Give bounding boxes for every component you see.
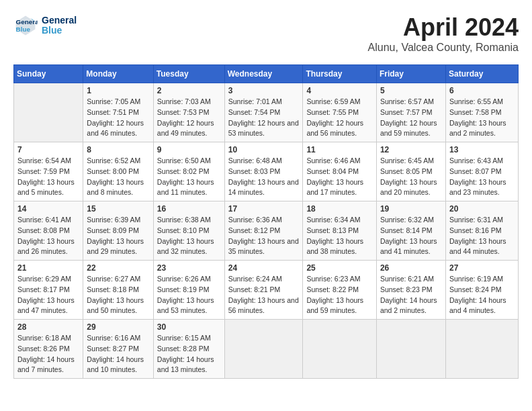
day-number: 9 [157, 145, 221, 154]
col-header-saturday: Saturday [445, 65, 518, 83]
day-number: 25 [306, 263, 373, 273]
calendar-cell: 21Sunrise: 6:29 AMSunset: 8:17 PMDayligh… [14, 261, 83, 320]
day-detail: Sunrise: 6:57 AMSunset: 7:57 PMDaylight:… [380, 97, 442, 139]
calendar-cell: 30Sunrise: 6:15 AMSunset: 8:28 PMDayligh… [153, 320, 224, 379]
calendar-cell: 7Sunrise: 6:54 AMSunset: 7:59 PMDaylight… [14, 142, 83, 201]
day-number: 1 [87, 86, 149, 95]
day-detail: Sunrise: 6:43 AMSunset: 8:07 PMDaylight:… [449, 156, 515, 198]
logo: General Blue General Blue [13, 13, 77, 38]
calendar-cell: 23Sunrise: 6:26 AMSunset: 8:19 PMDayligh… [153, 261, 224, 320]
calendar-cell: 18Sunrise: 6:34 AMSunset: 8:13 PMDayligh… [303, 201, 377, 261]
day-number: 19 [380, 204, 442, 214]
col-header-monday: Monday [83, 65, 153, 83]
calendar-cell: 4Sunrise: 6:59 AMSunset: 7:55 PMDaylight… [303, 83, 377, 142]
calendar-cell: 2Sunrise: 7:03 AMSunset: 7:53 PMDaylight… [153, 83, 224, 142]
svg-text:General: General [16, 18, 38, 26]
day-number: 18 [306, 204, 373, 214]
day-detail: Sunrise: 6:54 AMSunset: 7:59 PMDaylight:… [17, 156, 79, 198]
day-number: 8 [87, 145, 149, 154]
calendar-cell [14, 83, 83, 142]
day-number: 29 [87, 322, 149, 332]
logo-text: General Blue [42, 15, 77, 36]
calendar-cell [445, 320, 518, 379]
calendar-cell: 1Sunrise: 7:05 AMSunset: 7:51 PMDaylight… [83, 83, 153, 142]
calendar-cell [376, 320, 445, 379]
day-number: 6 [449, 86, 515, 95]
day-number: 12 [380, 145, 442, 154]
calendar-cell: 22Sunrise: 6:27 AMSunset: 8:18 PMDayligh… [83, 261, 153, 320]
calendar-cell: 6Sunrise: 6:55 AMSunset: 7:58 PMDaylight… [445, 83, 518, 142]
day-detail: Sunrise: 6:36 AMSunset: 8:12 PMDaylight:… [228, 215, 300, 257]
calendar-cell: 13Sunrise: 6:43 AMSunset: 8:07 PMDayligh… [445, 142, 518, 201]
col-header-wednesday: Wednesday [224, 65, 303, 83]
calendar-cell [224, 320, 303, 379]
day-detail: Sunrise: 6:29 AMSunset: 8:17 PMDaylight:… [17, 274, 79, 316]
day-detail: Sunrise: 6:59 AMSunset: 7:55 PMDaylight:… [306, 97, 373, 139]
page-subtitle: Alunu, Valcea County, Romania [368, 42, 519, 54]
calendar-cell: 19Sunrise: 6:32 AMSunset: 8:14 PMDayligh… [376, 201, 445, 261]
day-number: 7 [17, 145, 79, 154]
svg-text:Blue: Blue [16, 26, 31, 33]
calendar-table: SundayMondayTuesdayWednesdayThursdayFrid… [13, 64, 519, 379]
day-detail: Sunrise: 6:34 AMSunset: 8:13 PMDaylight:… [306, 215, 373, 257]
day-number: 3 [228, 86, 300, 95]
day-number: 5 [380, 86, 442, 95]
calendar-cell: 25Sunrise: 6:23 AMSunset: 8:22 PMDayligh… [303, 261, 377, 320]
calendar-cell: 17Sunrise: 6:36 AMSunset: 8:12 PMDayligh… [224, 201, 303, 261]
day-detail: Sunrise: 7:01 AMSunset: 7:54 PMDaylight:… [228, 97, 300, 139]
calendar-cell: 11Sunrise: 6:46 AMSunset: 8:04 PMDayligh… [303, 142, 377, 201]
day-detail: Sunrise: 6:50 AMSunset: 8:02 PMDaylight:… [157, 156, 221, 198]
calendar-cell: 16Sunrise: 6:38 AMSunset: 8:10 PMDayligh… [153, 201, 224, 261]
day-detail: Sunrise: 7:03 AMSunset: 7:53 PMDaylight:… [157, 97, 221, 139]
day-detail: Sunrise: 6:45 AMSunset: 8:05 PMDaylight:… [380, 156, 442, 198]
day-number: 22 [87, 263, 149, 273]
header-row: SundayMondayTuesdayWednesdayThursdayFrid… [14, 65, 519, 83]
week-row-5: 28Sunrise: 6:18 AMSunset: 8:26 PMDayligh… [14, 320, 519, 379]
day-number: 21 [17, 263, 79, 273]
week-row-3: 14Sunrise: 6:41 AMSunset: 8:08 PMDayligh… [14, 201, 519, 261]
calendar-cell: 5Sunrise: 6:57 AMSunset: 7:57 PMDaylight… [376, 83, 445, 142]
day-number: 20 [449, 204, 515, 214]
day-number: 10 [228, 145, 300, 154]
day-detail: Sunrise: 6:19 AMSunset: 8:24 PMDaylight:… [449, 274, 515, 316]
day-detail: Sunrise: 6:52 AMSunset: 8:00 PMDaylight:… [87, 156, 149, 198]
day-detail: Sunrise: 6:48 AMSunset: 8:03 PMDaylight:… [228, 156, 300, 198]
day-detail: Sunrise: 6:46 AMSunset: 8:04 PMDaylight:… [306, 156, 373, 198]
calendar-cell: 3Sunrise: 7:01 AMSunset: 7:54 PMDaylight… [224, 83, 303, 142]
calendar-cell [303, 320, 377, 379]
day-number: 15 [87, 204, 149, 214]
day-detail: Sunrise: 6:31 AMSunset: 8:16 PMDaylight:… [449, 215, 515, 257]
day-detail: Sunrise: 6:41 AMSunset: 8:08 PMDaylight:… [17, 215, 79, 257]
day-detail: Sunrise: 6:39 AMSunset: 8:09 PMDaylight:… [87, 215, 149, 257]
col-header-sunday: Sunday [14, 65, 83, 83]
calendar-cell: 26Sunrise: 6:21 AMSunset: 8:23 PMDayligh… [376, 261, 445, 320]
week-row-4: 21Sunrise: 6:29 AMSunset: 8:17 PMDayligh… [14, 261, 519, 320]
calendar-cell: 27Sunrise: 6:19 AMSunset: 8:24 PMDayligh… [445, 261, 518, 320]
title-block: April 2024 Alunu, Valcea County, Romania [368, 13, 519, 54]
day-detail: Sunrise: 7:05 AMSunset: 7:51 PMDaylight:… [87, 97, 149, 139]
day-number: 2 [157, 86, 221, 95]
calendar-cell: 20Sunrise: 6:31 AMSunset: 8:16 PMDayligh… [445, 201, 518, 261]
week-row-2: 7Sunrise: 6:54 AMSunset: 7:59 PMDaylight… [14, 142, 519, 201]
day-number: 14 [17, 204, 79, 214]
calendar-cell: 29Sunrise: 6:16 AMSunset: 8:27 PMDayligh… [83, 320, 153, 379]
day-detail: Sunrise: 6:18 AMSunset: 8:26 PMDaylight:… [17, 333, 79, 375]
calendar-cell: 12Sunrise: 6:45 AMSunset: 8:05 PMDayligh… [376, 142, 445, 201]
logo-line2: Blue [42, 26, 77, 36]
calendar-cell: 15Sunrise: 6:39 AMSunset: 8:09 PMDayligh… [83, 201, 153, 261]
day-detail: Sunrise: 6:24 AMSunset: 8:21 PMDaylight:… [228, 274, 300, 316]
day-number: 16 [157, 204, 221, 214]
col-header-tuesday: Tuesday [153, 65, 224, 83]
calendar-cell: 8Sunrise: 6:52 AMSunset: 8:00 PMDaylight… [83, 142, 153, 201]
calendar-cell: 9Sunrise: 6:50 AMSunset: 8:02 PMDaylight… [153, 142, 224, 201]
day-number: 26 [380, 263, 442, 273]
logo-icon: General Blue [13, 13, 38, 38]
day-detail: Sunrise: 6:27 AMSunset: 8:18 PMDaylight:… [87, 274, 149, 316]
col-header-thursday: Thursday [303, 65, 377, 83]
day-number: 23 [157, 263, 221, 273]
day-number: 30 [157, 322, 221, 332]
calendar-cell: 14Sunrise: 6:41 AMSunset: 8:08 PMDayligh… [14, 201, 83, 261]
day-number: 4 [306, 86, 373, 95]
day-number: 11 [306, 145, 373, 154]
day-detail: Sunrise: 6:21 AMSunset: 8:23 PMDaylight:… [380, 274, 442, 316]
